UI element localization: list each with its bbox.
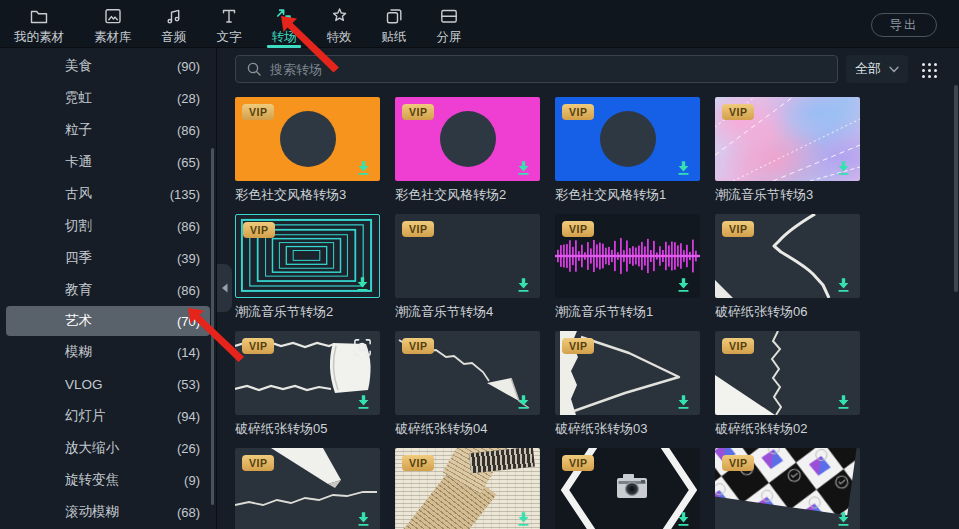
transition-card[interactable]: VIP <box>555 448 700 529</box>
transition-card[interactable]: VIP 破碎纸张转场05 <box>235 331 380 448</box>
transition-card[interactable]: VIP 破碎纸张转场02 <box>715 331 860 448</box>
transition-thumbnail[interactable]: VIP <box>235 331 380 415</box>
transition-card[interactable]: VIP 潮流音乐节转场4 <box>395 214 540 331</box>
sidebar-item-rolling-blur[interactable]: 滚动模糊(68) <box>0 496 216 528</box>
transition-thumbnail[interactable]: VIP <box>235 97 380 181</box>
sidebar-item-particle[interactable]: 粒子(86) <box>0 114 216 146</box>
download-icon[interactable] <box>515 393 532 410</box>
sidebar-item-food[interactable]: 美食(90) <box>0 50 216 82</box>
chevron-down-icon <box>889 66 899 73</box>
tab-transitions[interactable]: 转场 <box>272 0 297 48</box>
transition-thumbnail[interactable]: VIP <box>555 97 700 181</box>
tab-text[interactable]: 文字 <box>217 0 242 48</box>
transition-title: 破碎纸张转场05 <box>235 420 380 438</box>
download-icon[interactable] <box>675 510 692 527</box>
sidebar-item-neon[interactable]: 霓虹(28) <box>0 82 216 114</box>
download-icon[interactable] <box>354 275 371 292</box>
grid-view-button[interactable] <box>917 58 941 82</box>
transition-thumbnail[interactable]: VIP <box>715 448 860 529</box>
transition-thumbnail[interactable]: VIP <box>395 97 540 181</box>
export-button[interactable]: 导出 <box>871 13 937 37</box>
vip-badge: VIP <box>402 455 434 471</box>
transition-card[interactable]: VIP 彩色社交风格转场2 <box>395 97 540 214</box>
tab-stickers[interactable]: 贴纸 <box>382 0 407 48</box>
tab-label: 分屏 <box>437 29 462 46</box>
transition-thumbnail[interactable]: VIP <box>395 331 540 415</box>
transition-title: 潮流音乐节转场3 <box>715 186 860 204</box>
transition-card[interactable]: VIP 破碎纸张转场04 <box>395 331 540 448</box>
transition-title: 彩色社交风格转场1 <box>555 186 700 204</box>
download-icon[interactable] <box>835 393 852 410</box>
download-icon[interactable] <box>515 276 532 293</box>
transition-thumbnail[interactable]: VIP <box>235 214 380 298</box>
sidebar-item-spin-zoom[interactable]: 旋转变焦(9) <box>0 464 216 496</box>
content-scrollbar[interactable] <box>954 85 958 292</box>
transition-card[interactable]: VIP 潮流音乐节转场1 <box>555 214 700 331</box>
transition-thumbnail[interactable]: VIP <box>235 448 380 529</box>
transition-card[interactable]: VIP <box>235 448 380 529</box>
transition-card[interactable]: VIP 破碎纸张转场03 <box>555 331 700 448</box>
collapse-left-icon <box>221 283 228 293</box>
transition-thumbnail[interactable]: VIP <box>715 331 860 415</box>
transition-thumbnail[interactable]: VIP <box>555 331 700 415</box>
sidebar-item-slideshow[interactable]: 幻灯片(94) <box>0 400 216 432</box>
tab-media-library[interactable]: 素材库 <box>94 0 132 48</box>
transition-thumbnail[interactable]: VIP <box>395 448 540 529</box>
audio-icon <box>164 6 184 26</box>
vip-badge: VIP <box>722 338 754 354</box>
search-input[interactable] <box>270 62 827 77</box>
download-icon[interactable] <box>355 510 372 527</box>
search-icon <box>246 61 262 77</box>
sidebar-item-seasons[interactable]: 四季(39) <box>0 242 216 274</box>
tab-effects[interactable]: 特效 <box>327 0 352 48</box>
sidebar-item-ancient[interactable]: 古风(135) <box>0 178 216 210</box>
category-sidebar: 美食(90) 霓虹(28) 粒子(86) 卡通(65) 古风(135) 切割(8… <box>0 48 217 529</box>
sidebar-item-art-selected[interactable]: 艺术(70) <box>6 306 210 336</box>
transition-card[interactable]: VIP 彩色社交风格转场3 <box>235 97 380 214</box>
sidebar-item-vlog[interactable]: VLOG(53) <box>0 368 216 400</box>
transition-thumbnail[interactable]: VIP <box>555 448 700 529</box>
filter-dropdown[interactable]: 全部 <box>846 55 908 83</box>
transition-card[interactable]: VIP 彩色社交风格转场1 <box>555 97 700 214</box>
download-icon[interactable] <box>675 276 692 293</box>
sidebar-item-education[interactable]: 教育(86) <box>0 274 216 306</box>
transition-title: 破碎纸张转场03 <box>555 420 700 438</box>
transition-card[interactable]: VIP <box>395 448 540 529</box>
transition-title: 彩色社交风格转场2 <box>395 186 540 204</box>
download-icon[interactable] <box>515 159 532 176</box>
download-icon[interactable] <box>835 159 852 176</box>
transition-title: 潮流音乐节转场1 <box>555 303 700 321</box>
transition-title: 潮流音乐节转场2 <box>235 303 380 321</box>
transition-card[interactable]: VIP 潮流音乐节转场3 <box>715 97 860 214</box>
download-icon[interactable] <box>515 510 532 527</box>
transition-card[interactable]: VIP <box>715 448 860 529</box>
vip-badge: VIP <box>722 455 754 471</box>
sidebar-scrollbar[interactable] <box>211 148 214 505</box>
vip-badge: VIP <box>402 104 434 120</box>
transition-thumbnail[interactable]: VIP <box>715 214 860 298</box>
tab-my-media[interactable]: 我的素材 <box>14 0 64 48</box>
download-icon[interactable] <box>675 159 692 176</box>
download-icon[interactable] <box>835 510 852 527</box>
transition-card[interactable]: VIP 潮流音乐节转场2 <box>235 214 380 331</box>
tab-splitscreen[interactable]: 分屏 <box>437 0 462 48</box>
sidebar-item-blur[interactable]: 模糊(14) <box>0 336 216 368</box>
sidebar-item-cartoon[interactable]: 卡通(65) <box>0 146 216 178</box>
tab-label: 音频 <box>162 29 187 46</box>
transition-thumbnail[interactable]: VIP <box>555 214 700 298</box>
tab-audio[interactable]: 音频 <box>162 0 187 48</box>
download-icon[interactable] <box>675 393 692 410</box>
transition-thumbnail[interactable]: VIP <box>395 214 540 298</box>
transition-thumbnail[interactable]: VIP <box>715 97 860 181</box>
download-icon[interactable] <box>835 276 852 293</box>
sidebar-item-cut[interactable]: 切割(86) <box>0 210 216 242</box>
circle-graphic <box>280 111 336 167</box>
sidebar-collapse-handle[interactable] <box>217 264 232 312</box>
preview-zoom-icon[interactable] <box>352 337 373 358</box>
download-icon[interactable] <box>355 393 372 410</box>
sidebar-item-zoom[interactable]: 放大缩小(26) <box>0 432 216 464</box>
transition-card[interactable]: VIP 破碎纸张转场06 <box>715 214 860 331</box>
vip-badge: VIP <box>562 338 594 354</box>
download-icon[interactable] <box>355 159 372 176</box>
search-bar[interactable] <box>235 55 838 83</box>
